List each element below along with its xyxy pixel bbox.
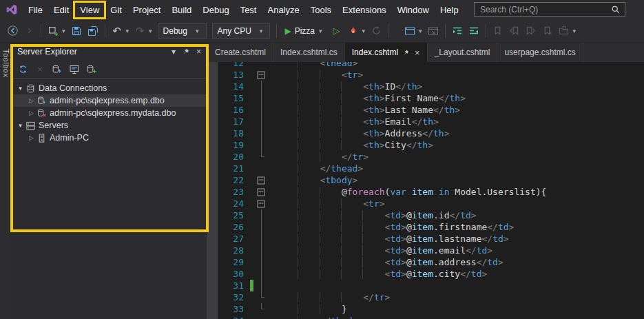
refresh-button[interactable] [15, 62, 30, 77]
search-box[interactable] [474, 2, 625, 17]
tree-item-admin-pc[interactable]: ▷Admin-PC [12, 132, 207, 144]
forward-button[interactable] [21, 23, 37, 39]
bookmark-clear-button[interactable] [539, 23, 556, 39]
menu-item-view[interactable]: View [74, 2, 105, 18]
code-line-29[interactable]: 29 <td>@item.address</td> [218, 256, 644, 268]
chevron-down-icon[interactable]: ▾ [62, 28, 65, 34]
stop-button[interactable]: × [32, 62, 48, 77]
editor-indicator-margin[interactable] [207, 62, 218, 319]
add-item-button[interactable] [45, 23, 61, 39]
menu-item-analyze[interactable]: Analyze [262, 2, 304, 18]
code-line-27[interactable]: 27 <td>@item.lastname</td> [218, 233, 644, 245]
menu-item-tools[interactable]: Tools [305, 2, 337, 18]
window-arrow-button[interactable] [425, 23, 442, 39]
tree-item-servers[interactable]: ▾Servers [12, 119, 207, 132]
platform-dropdown[interactable]: Any CPU ▾ [212, 23, 271, 39]
code-line-22[interactable]: 22 <tbody> [218, 174, 644, 186]
code-line-13[interactable]: 13 <tr> [218, 69, 644, 81]
menu-item-git[interactable]: Git [105, 2, 127, 18]
collapse-box-icon[interactable] [258, 71, 265, 79]
tab-create-cshtml[interactable]: Create.cshtml [208, 43, 273, 62]
code-line-17[interactable]: 17 <th>Email</th> [218, 116, 644, 127]
window-position-icon[interactable]: ▾ [172, 47, 176, 56]
menu-item-extensions[interactable]: Extensions [337, 2, 392, 18]
code-line-15[interactable]: 15 <th>First Name</th> [218, 92, 644, 104]
connect-db-button[interactable] [50, 62, 65, 77]
debug-configuration-dropdown[interactable]: Debug ▾ [158, 23, 207, 39]
chevron-expanded-icon[interactable]: ▾ [16, 85, 25, 92]
chevron-down-icon[interactable]: ▾ [362, 28, 366, 34]
hot-reload-button[interactable] [345, 23, 362, 39]
code-line-28[interactable]: 28 <td>@item.email</td> [218, 245, 644, 256]
code-line-21[interactable]: 21 </thead> [218, 163, 644, 174]
toolbox-side-tab[interactable]: Toolbox [0, 43, 12, 319]
search-input[interactable] [479, 4, 611, 15]
code-line-33[interactable]: 33 } [218, 303, 644, 315]
tab-userpage-cshtml-cs[interactable]: userpage.cshtml.cs [497, 43, 583, 62]
chevron-down-icon[interactable]: ▾ [573, 28, 577, 34]
tab-layout-cshtml[interactable]: _Layout.cshtml [428, 43, 498, 62]
menu-item-test[interactable]: Test [235, 2, 262, 18]
code-line-20[interactable]: 20 </tr> [218, 151, 644, 163]
tab-index-cshtml-cs[interactable]: Index.cshtml.cs [273, 43, 345, 62]
redo-button[interactable]: ↷ [132, 23, 148, 39]
connect-server-button[interactable] [67, 62, 82, 77]
chevron-down-icon[interactable]: ▾ [419, 28, 422, 34]
add-connection-button[interactable] [84, 62, 99, 77]
code-line-16[interactable]: 16 <th>Last Name</th> [218, 104, 644, 116]
code-line-24[interactable]: 24 <tr> [218, 198, 644, 209]
code-line-14[interactable]: 14 <th>ID</th> [218, 81, 644, 92]
code-line-26[interactable]: 26 <td>@item.firstname</td> [218, 221, 644, 233]
code-line-31[interactable]: 31 [218, 280, 644, 291]
collapse-box-icon[interactable] [258, 188, 265, 196]
code-line-18[interactable]: 18 <th>Address</th> [218, 127, 644, 139]
chevron-down-icon[interactable]: ▾ [149, 28, 152, 34]
start-without-debug-button[interactable]: ▷ [329, 23, 345, 39]
code-line-32[interactable]: 32 </tr> [218, 291, 644, 303]
server-explorer-header[interactable]: Server Explorer ▾ × [12, 43, 207, 61]
code-line-12[interactable]: 12 <thead> [218, 62, 644, 69]
indent-in-button[interactable] [449, 23, 466, 39]
collapse-box-icon[interactable] [258, 200, 265, 207]
undo-button[interactable]: ↶ [109, 23, 125, 39]
bookmark-next-button[interactable] [523, 23, 539, 39]
chevron-collapsed-icon[interactable]: ▷ [27, 134, 36, 141]
code-line-19[interactable]: 19 <th>City</th> [218, 139, 644, 151]
bookmark-folder-button[interactable] [556, 23, 572, 39]
tree-item-data-connections[interactable]: ▾Data Connections [12, 82, 207, 94]
chevron-expanded-icon[interactable]: ▾ [16, 122, 25, 129]
change-margin [249, 209, 255, 221]
tree-item-admin-pc-sqlexpress-emp-dbo[interactable]: ▷admin-pc\sqlexpress.emp.dbo [12, 94, 207, 107]
chevron-collapsed-icon[interactable]: ▷ [27, 110, 36, 116]
pin-icon[interactable] [182, 48, 190, 56]
start-debugging-button[interactable]: ▶ Pizza ▾ [280, 26, 328, 36]
menu-item-file[interactable]: File [23, 2, 48, 18]
menu-item-build[interactable]: Build [166, 2, 197, 18]
close-icon[interactable]: × [196, 47, 201, 56]
menu-item-debug[interactable]: Debug [197, 2, 234, 18]
code-line-30[interactable]: 30 <td>@item.city</td> [218, 268, 644, 280]
menu-item-edit[interactable]: Edit [48, 2, 74, 18]
restart-button[interactable] [368, 23, 384, 39]
save-all-button[interactable] [85, 23, 101, 39]
indent-out-button[interactable] [466, 23, 482, 39]
pin-icon[interactable] [402, 49, 410, 56]
code-editor[interactable]: 12 <thead>13 <tr>14 <th>ID</th>15 <th>Fi… [218, 62, 644, 319]
menu-item-window[interactable]: Window [392, 2, 435, 18]
browser-window-button[interactable] [402, 23, 418, 39]
menu-item-help[interactable]: Help [435, 2, 464, 18]
save-button[interactable] [68, 23, 85, 39]
code-line-25[interactable]: 25 <td>@item.id</td> [218, 209, 644, 221]
bookmark-toggle-button[interactable] [490, 23, 506, 39]
menu-item-project[interactable]: Project [127, 2, 166, 18]
back-button[interactable] [4, 23, 21, 39]
chevron-collapsed-icon[interactable]: ▷ [27, 97, 36, 104]
tree-item-admin-pc-sqlexpress-mydata-dbo[interactable]: ▷admin-pc\sqlexpress.mydata.dbo [12, 107, 207, 119]
bookmark-prev-button[interactable] [506, 23, 523, 39]
tab-index-cshtml[interactable]: Index.cshtml× [345, 43, 428, 62]
chevron-down-icon[interactable]: ▾ [126, 28, 129, 34]
code-line-34[interactable]: 34 </tbody> [218, 315, 644, 319]
code-line-23[interactable]: 23 @foreach(var item in Model.Userslist)… [218, 186, 644, 198]
collapse-box-icon[interactable] [258, 176, 265, 184]
close-icon[interactable]: × [415, 48, 420, 58]
